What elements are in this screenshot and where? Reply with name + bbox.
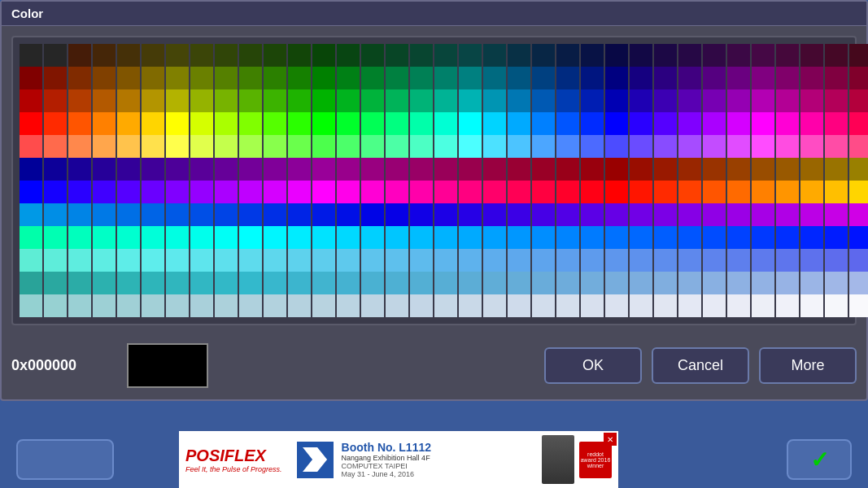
color-swatch[interactable] [44,294,67,317]
color-swatch[interactable] [581,89,604,112]
color-swatch[interactable] [386,112,408,135]
color-swatch[interactable] [654,249,677,272]
color-swatch[interactable] [581,226,604,249]
color-swatch[interactable] [752,89,774,112]
color-swatch[interactable] [825,158,848,181]
color-swatch[interactable] [190,294,213,317]
color-swatch[interactable] [752,135,774,158]
color-swatch[interactable] [703,272,726,294]
color-swatch[interactable] [117,249,140,272]
color-swatch[interactable] [93,203,116,226]
color-swatch[interactable] [459,112,482,135]
color-swatch[interactable] [288,226,311,249]
color-swatch[interactable] [581,272,604,294]
color-swatch[interactable] [410,67,433,89]
color-swatch[interactable] [556,112,579,135]
color-swatch[interactable] [142,67,164,89]
color-swatch[interactable] [727,44,750,67]
color-swatch[interactable] [410,158,433,181]
color-swatch[interactable] [68,294,91,317]
color-swatch[interactable] [166,226,189,249]
color-swatch[interactable] [337,67,360,89]
color-swatch[interactable] [20,181,42,203]
color-swatch[interactable] [239,249,262,272]
color-swatch[interactable] [166,112,189,135]
color-swatch[interactable] [166,181,189,203]
color-swatch[interactable] [20,158,42,181]
color-swatch[interactable] [459,249,482,272]
color-swatch[interactable] [264,89,286,112]
color-swatch[interactable] [288,294,311,317]
color-swatch[interactable] [117,67,140,89]
color-swatch[interactable] [312,249,335,272]
color-swatch[interactable] [581,249,604,272]
color-swatch[interactable] [434,89,457,112]
color-swatch[interactable] [727,272,750,294]
color-swatch[interactable] [825,226,848,249]
color-swatch[interactable] [312,112,335,135]
color-swatch[interactable] [678,226,701,249]
color-swatch[interactable] [508,135,530,158]
color-swatch[interactable] [776,44,799,67]
color-swatch[interactable] [44,112,67,135]
color-swatch[interactable] [703,112,726,135]
color-swatch[interactable] [776,203,799,226]
color-swatch[interactable] [678,67,701,89]
color-swatch[interactable] [386,294,408,317]
color-swatch[interactable] [605,203,628,226]
color-swatch[interactable] [264,203,286,226]
color-swatch[interactable] [483,249,506,272]
color-swatch[interactable] [483,135,506,158]
color-swatch[interactable] [556,67,579,89]
color-swatch[interactable] [68,135,91,158]
color-swatch[interactable] [825,294,848,317]
color-swatch[interactable] [727,135,750,158]
color-swatch[interactable] [68,158,91,181]
color-swatch[interactable] [581,203,604,226]
color-swatch[interactable] [337,135,360,158]
color-swatch[interactable] [410,181,433,203]
color-swatch[interactable] [605,249,628,272]
color-swatch[interactable] [20,226,42,249]
color-swatch[interactable] [264,226,286,249]
color-swatch[interactable] [215,226,238,249]
color-swatch[interactable] [800,67,823,89]
color-swatch[interactable] [703,203,726,226]
color-swatch[interactable] [776,158,799,181]
color-swatch[interactable] [386,89,408,112]
more-button[interactable]: More [759,347,857,384]
color-swatch[interactable] [703,135,726,158]
color-swatch[interactable] [703,294,726,317]
color-swatch[interactable] [703,67,726,89]
color-swatch[interactable] [654,294,677,317]
color-swatch[interactable] [337,226,360,249]
color-swatch[interactable] [727,203,750,226]
color-swatch[interactable] [337,294,360,317]
color-swatch[interactable] [117,158,140,181]
color-swatch[interactable] [508,112,530,135]
color-swatch[interactable] [264,44,286,67]
color-swatch[interactable] [337,89,360,112]
color-swatch[interactable] [752,44,774,67]
color-swatch[interactable] [361,44,384,67]
color-swatch[interactable] [239,44,262,67]
color-swatch[interactable] [678,89,701,112]
color-swatch[interactable] [142,272,164,294]
color-swatch[interactable] [239,294,262,317]
color-swatch[interactable] [68,89,91,112]
color-swatch[interactable] [288,272,311,294]
color-swatch[interactable] [459,203,482,226]
color-swatch[interactable] [361,112,384,135]
color-swatch[interactable] [727,181,750,203]
color-swatch[interactable] [630,89,652,112]
color-swatch[interactable] [678,181,701,203]
color-swatch[interactable] [752,181,774,203]
color-swatch[interactable] [190,249,213,272]
color-swatch[interactable] [93,112,116,135]
color-swatch[interactable] [410,249,433,272]
color-swatch[interactable] [776,112,799,135]
color-swatch[interactable] [654,272,677,294]
color-swatch[interactable] [215,272,238,294]
color-swatch[interactable] [68,44,91,67]
color-swatch[interactable] [361,135,384,158]
